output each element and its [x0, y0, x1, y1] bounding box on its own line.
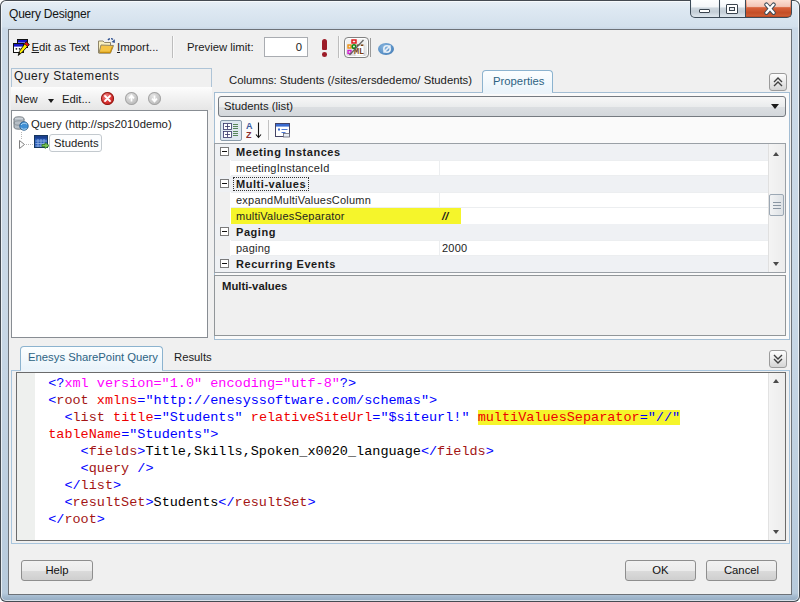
svg-text:Z: Z — [246, 130, 252, 140]
